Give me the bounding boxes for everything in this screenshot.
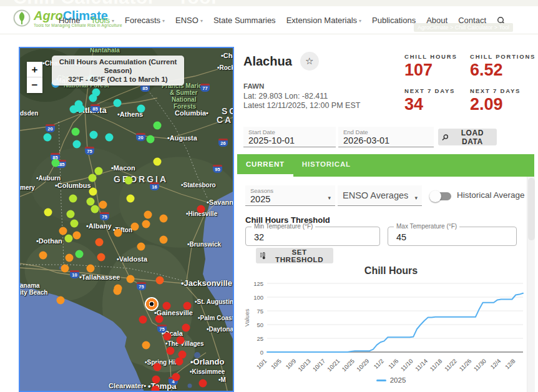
max-temperature-input[interactable] xyxy=(395,232,491,243)
station-dot[interactable] xyxy=(73,232,81,240)
interstate-shield: 95 xyxy=(213,165,222,173)
station-dot[interactable] xyxy=(152,386,160,392)
station-dot[interactable] xyxy=(163,302,171,310)
tab-current[interactable]: CURRENT xyxy=(237,154,293,177)
station-dot[interactable] xyxy=(67,210,75,218)
station-dot[interactable] xyxy=(89,188,97,196)
station-dot[interactable] xyxy=(89,94,97,102)
station-dot[interactable] xyxy=(199,380,207,388)
chevron-down-icon: ▾ xyxy=(414,195,418,201)
station-dot[interactable] xyxy=(154,122,162,130)
nav-item-extension-materials[interactable]: Extension Materials▾ xyxy=(286,16,361,25)
station-dot[interactable] xyxy=(114,99,122,107)
station-dot[interactable] xyxy=(73,140,81,149)
station-dot[interactable] xyxy=(52,159,60,167)
station-dot[interactable] xyxy=(139,316,147,324)
seasons-select[interactable]: Seasons ▾ xyxy=(245,185,335,206)
station-dot[interactable] xyxy=(99,201,107,209)
station-map[interactable]: •ChattanoogaNantahala•Char•Rock HiChatta… xyxy=(19,47,234,392)
station-dot[interactable] xyxy=(127,275,135,283)
station-dot[interactable] xyxy=(77,105,85,113)
station-dot[interactable] xyxy=(177,336,185,345)
station-dot[interactable] xyxy=(87,265,95,273)
station-dot[interactable] xyxy=(144,211,152,219)
favorite-star-button[interactable]: ☆ xyxy=(300,52,319,71)
station-dot[interactable] xyxy=(160,215,168,223)
station-dot[interactable] xyxy=(137,105,145,113)
nav-item-publications[interactable]: Publications xyxy=(372,16,416,25)
station-dot[interactable] xyxy=(156,277,164,285)
station-dot[interactable] xyxy=(44,134,52,142)
station-dot[interactable] xyxy=(105,134,114,142)
station-dot[interactable] xyxy=(127,195,135,203)
station-dot[interactable] xyxy=(59,227,67,235)
station-dot[interactable] xyxy=(87,198,95,206)
station-dot[interactable] xyxy=(71,220,79,228)
nav-item-home[interactable]: Home xyxy=(59,16,81,25)
station-dot[interactable] xyxy=(142,341,150,350)
station-dot[interactable] xyxy=(61,265,69,273)
station-dot[interactable] xyxy=(154,363,162,371)
station-dot[interactable] xyxy=(97,253,105,262)
max-temperature-field[interactable]: Max Temperature (°F) xyxy=(388,227,517,246)
station-dot[interactable] xyxy=(154,158,162,166)
start-date-input[interactable] xyxy=(248,135,331,145)
station-dot[interactable] xyxy=(95,238,104,247)
station-dot[interactable] xyxy=(147,135,155,144)
station-dot[interactable] xyxy=(155,315,164,323)
station-dot[interactable] xyxy=(65,235,73,243)
page-title: Chill Calculator – Tool xyxy=(13,0,217,6)
end-date-field[interactable]: End Date xyxy=(338,127,434,147)
selected-station-marker[interactable] xyxy=(145,297,159,311)
station-coordinates: Lat: 29.803 Lon: -82.411 xyxy=(243,92,328,100)
nav-item-enso[interactable]: ENSO▾ xyxy=(175,16,203,25)
load-data-button[interactable]: LOAD DATA xyxy=(438,129,497,145)
station-dot[interactable] xyxy=(137,243,145,251)
panel-scrollbar[interactable] xyxy=(527,177,535,392)
nav-item-forecasts[interactable]: Forecasts▾ xyxy=(125,16,165,25)
min-temperature-input[interactable] xyxy=(253,232,353,243)
scrollbar-thumb[interactable] xyxy=(528,178,535,240)
station-dot[interactable] xyxy=(95,167,103,175)
station-dot[interactable] xyxy=(57,296,65,305)
station-dot[interactable] xyxy=(69,195,77,203)
station-dot[interactable] xyxy=(172,373,180,381)
nav-item-tools[interactable]: Tools▾ xyxy=(91,16,114,25)
station-dot[interactable] xyxy=(114,229,122,237)
station-dot[interactable] xyxy=(66,254,74,262)
station-dot[interactable] xyxy=(39,252,47,260)
set-threshold-button[interactable]: SET THRESHOLD xyxy=(256,248,333,263)
station-dot[interactable] xyxy=(114,287,122,295)
enso-averages-select[interactable]: ENSO Averages ▾ xyxy=(338,185,422,206)
station-dot[interactable] xyxy=(197,205,205,213)
map-zoom-in-button[interactable]: + xyxy=(27,62,42,77)
station-dot[interactable] xyxy=(175,358,183,366)
interstate-shield: 10 xyxy=(70,270,79,278)
seasons-value[interactable] xyxy=(250,194,330,204)
stat-label: CHILL PORTIONS xyxy=(470,53,536,60)
stat-next-7-days-2: NEXT 7 DAYS34 xyxy=(404,87,470,113)
station-dot[interactable] xyxy=(76,250,84,258)
station-dot[interactable] xyxy=(142,220,150,228)
map-zoom-out-button[interactable]: − xyxy=(27,77,42,93)
min-temperature-field[interactable]: Min Temperature (°F) xyxy=(245,227,380,246)
tab-historical[interactable]: HISTORICAL xyxy=(293,154,359,177)
station-dot[interactable] xyxy=(160,236,168,244)
station-dot[interactable] xyxy=(91,205,99,213)
historical-average-toggle[interactable] xyxy=(431,192,451,200)
station-dot[interactable] xyxy=(182,324,190,332)
station-dot[interactable] xyxy=(44,208,52,217)
station-dot[interactable] xyxy=(152,376,160,384)
station-dot[interactable] xyxy=(125,177,133,185)
svg-text:12/4: 12/4 xyxy=(489,358,502,371)
end-date-input[interactable] xyxy=(343,135,429,145)
nav-item-state-summaries[interactable]: State Summaries xyxy=(213,16,276,25)
station-dot[interactable] xyxy=(167,347,175,355)
station-dot[interactable] xyxy=(72,128,80,136)
station-dot[interactable] xyxy=(164,333,172,341)
station-dot[interactable] xyxy=(90,131,98,139)
station-dot[interactable] xyxy=(183,302,192,310)
station-dot[interactable] xyxy=(131,223,139,231)
start-date-field[interactable]: Start Date xyxy=(243,127,336,147)
station-dot[interactable] xyxy=(89,174,97,182)
